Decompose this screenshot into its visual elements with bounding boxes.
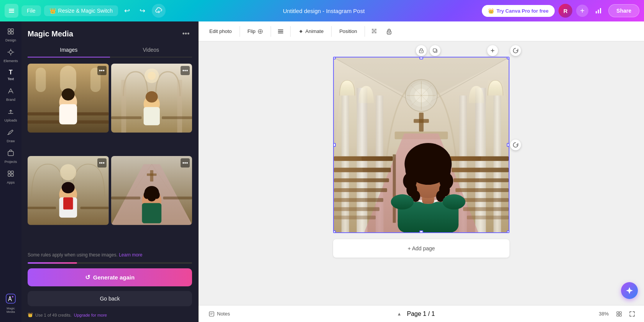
svg-rect-71 — [373, 29, 375, 30]
svg-rect-72 — [375, 29, 376, 30]
uploads-label: Uploads — [4, 118, 17, 122]
svg-rect-141 — [617, 312, 619, 314]
lock-button[interactable] — [383, 25, 396, 38]
svg-rect-142 — [619, 312, 621, 314]
svg-rect-29 — [59, 104, 77, 125]
pages-toggle-button[interactable]: ▲ — [394, 309, 404, 319]
upgrade-link[interactable]: Upgrade for more — [74, 313, 107, 317]
toolbar: Edit photo Flip — [199, 21, 644, 41]
zoom-level[interactable]: 38% — [596, 309, 612, 318]
sidebar-item-text[interactable]: T Text — [2, 66, 20, 83]
sidebar-item-apps[interactable]: Apps — [2, 167, 20, 187]
tab-videos[interactable]: Videos — [110, 43, 192, 57]
apps-label: Apps — [7, 181, 15, 184]
image-more-button-2[interactable]: ••• — [181, 66, 190, 75]
add-handle[interactable] — [487, 45, 498, 56]
sidebar-item-brand[interactable]: Brand — [2, 84, 20, 104]
layout-button[interactable] — [274, 25, 287, 38]
svg-rect-2 — [9, 12, 14, 13]
rotate-handle-mid[interactable] — [510, 140, 521, 150]
selection-handle-tl[interactable] — [333, 57, 336, 59]
side-panel-more-button[interactable]: ••• — [180, 28, 192, 40]
image-card-4[interactable]: ••• — [111, 156, 192, 225]
sidebar-item-elements[interactable]: Elements — [2, 45, 20, 65]
image-card-1[interactable]: ••• — [28, 64, 109, 133]
selection-handle-tr[interactable] — [507, 57, 509, 59]
image-more-button-3[interactable]: ••• — [97, 158, 107, 168]
try-pro-button[interactable]: 👑 Try Canva Pro for free — [482, 5, 555, 17]
sidebar-item-projects[interactable]: Projects — [2, 146, 20, 166]
apps-icon — [7, 170, 15, 179]
svg-rect-26 — [76, 120, 109, 123]
rotate-handle-top[interactable] — [510, 45, 521, 56]
avatar[interactable]: R — [559, 4, 572, 18]
analytics-button[interactable] — [592, 5, 605, 17]
add-page-button[interactable]: + Add page — [333, 239, 509, 258]
canvas-image-container[interactable] — [333, 57, 509, 233]
sidebar-item-design[interactable]: Design — [2, 25, 20, 44]
share-button[interactable]: Share — [608, 4, 639, 17]
svg-rect-69 — [278, 33, 283, 33]
canvas-scroll[interactable]: + Add page — [199, 41, 644, 305]
ai-assistant-button[interactable] — [621, 282, 638, 299]
grid-view-button[interactable] — [613, 308, 625, 320]
text-icon: T — [9, 69, 13, 76]
svg-rect-5 — [598, 10, 599, 13]
selection-handle-tm[interactable] — [419, 57, 423, 59]
svg-rect-7 — [8, 29, 10, 31]
cloud-save-button[interactable] — [152, 4, 166, 18]
menu-button[interactable] — [5, 4, 18, 18]
brand-label: Brand — [6, 98, 15, 102]
svg-rect-1 — [9, 10, 14, 11]
learn-more-link[interactable]: Learn more — [119, 252, 142, 258]
selection-handle-bm[interactable] — [419, 230, 423, 233]
notes-button[interactable]: Notes — [205, 309, 234, 319]
resize-magic-switch-button[interactable]: 👑 Resize & Magic Switch — [44, 5, 118, 16]
image-more-button-4[interactable]: ••• — [181, 158, 190, 168]
selection-handle-br[interactable] — [507, 230, 509, 233]
image-card-2[interactable]: ••• — [111, 64, 192, 133]
redo-button[interactable]: ↪ — [136, 5, 149, 17]
add-collaborator-button[interactable]: + — [576, 5, 588, 17]
image-card-3[interactable]: ••• — [28, 156, 109, 225]
progress-bar-fill — [28, 262, 77, 264]
bottom-credits: 👑 Use 1 of 49 credits. Upgrade for more — [21, 309, 198, 322]
svg-rect-20 — [36, 68, 46, 92]
svg-rect-12 — [8, 151, 13, 156]
image-more-button-1[interactable]: ••• — [97, 66, 107, 75]
side-panel: Magic Media ••• Images Videos — [21, 21, 199, 322]
selection-handle-bl[interactable] — [333, 230, 336, 233]
go-back-button[interactable]: Go back — [28, 291, 192, 306]
lock-handle[interactable] — [416, 45, 427, 56]
selection-handle-mr[interactable] — [507, 143, 509, 147]
svg-rect-117 — [393, 154, 396, 223]
animate-button[interactable]: Animate — [294, 26, 329, 37]
tab-images[interactable]: Images — [28, 43, 110, 57]
sidebar-item-draw[interactable]: Draw — [2, 125, 20, 145]
bottom-right-tools: 38% — [596, 308, 638, 320]
undo-button[interactable]: ↩ — [121, 5, 133, 17]
checkerboard-button[interactable] — [368, 25, 381, 38]
projects-icon — [7, 149, 15, 159]
toolbar-divider-3 — [290, 26, 291, 37]
svg-rect-4 — [596, 11, 597, 13]
file-button[interactable]: File — [21, 5, 41, 16]
canvas-image[interactable] — [333, 57, 509, 233]
copy-handle[interactable] — [430, 45, 440, 56]
fullscreen-button[interactable] — [626, 308, 638, 320]
position-button[interactable]: Position — [335, 26, 361, 37]
brand-icon — [7, 87, 15, 97]
flip-button[interactable]: Flip — [243, 26, 268, 37]
svg-rect-8 — [11, 29, 13, 31]
svg-point-50 — [62, 182, 75, 194]
svg-point-82 — [421, 51, 422, 52]
sidebar-item-uploads[interactable]: Uploads — [2, 105, 20, 125]
svg-rect-44 — [28, 207, 56, 209]
svg-rect-10 — [11, 32, 13, 34]
svg-point-41 — [145, 91, 158, 103]
generate-again-button[interactable]: ↺ Generate again — [28, 268, 192, 286]
edit-photo-button[interactable]: Edit photo — [205, 26, 237, 37]
selection-handle-ml[interactable] — [333, 143, 336, 147]
uploads-icon — [7, 108, 15, 117]
sidebar-item-magic-media[interactable]: Magic Media — [2, 290, 20, 316]
